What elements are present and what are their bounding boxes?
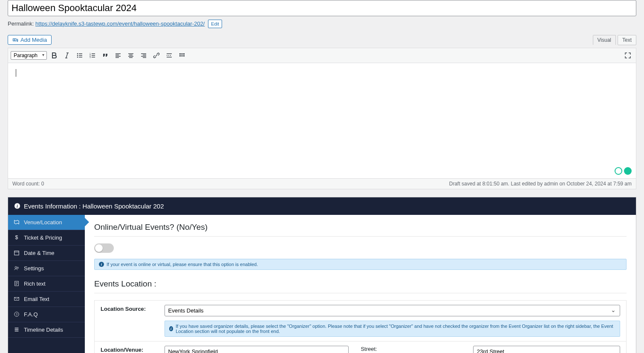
add-media-label: Add Media <box>20 37 47 43</box>
dollar-icon: $ <box>13 234 20 241</box>
camera-music-icon <box>12 37 18 43</box>
grammarly-icon <box>624 167 632 175</box>
location-source-label: Location Source: <box>95 300 159 341</box>
svg-rect-9 <box>179 53 181 55</box>
svg-rect-12 <box>179 55 181 56</box>
svg-rect-10 <box>182 53 183 55</box>
location-source-select[interactable]: Events Details <box>165 305 621 316</box>
tab-text[interactable]: Text <box>618 35 636 45</box>
fullscreen-icon[interactable] <box>622 50 633 61</box>
bullet-list-icon[interactable] <box>74 50 85 61</box>
sidebar-item-richtext[interactable]: Rich text <box>8 276 85 292</box>
svg-rect-11 <box>183 53 185 55</box>
sidebar-label: Settings <box>24 265 44 272</box>
sidebar-item-timeline[interactable]: Timeline Details <box>8 322 85 338</box>
svg-text:?: ? <box>15 312 17 316</box>
add-media-button[interactable]: Add Media <box>8 35 52 45</box>
sidebar-label: Rich text <box>24 281 46 287</box>
document-icon <box>13 281 20 287</box>
info-icon: i <box>169 326 173 331</box>
online-info-bar: i If your event is online or virtual, pl… <box>94 259 627 270</box>
sidebar-item-ticket[interactable]: $ Ticket & Pricing <box>8 230 85 246</box>
permalink-url[interactable]: https://delayknife.s3-tastewp.com/event/… <box>35 20 205 27</box>
online-info-text: If your event is online or virtual, plea… <box>107 262 258 267</box>
street-label: Street: <box>355 341 467 353</box>
svg-text:3: 3 <box>90 56 91 58</box>
location-venue-input[interactable] <box>165 346 349 353</box>
word-count: Word count: 0 <box>12 181 44 187</box>
location-source-info-text: If you have saved organizer details, ple… <box>176 324 615 334</box>
question-icon: ? <box>13 311 20 318</box>
info-icon: i <box>99 262 104 267</box>
align-center-icon[interactable] <box>125 50 136 61</box>
sidebar-label: Timeline Details <box>24 327 63 333</box>
permalink-label: Permalink: <box>8 20 34 27</box>
text-cursor <box>16 69 16 77</box>
svg-point-19 <box>15 266 17 268</box>
svg-point-1 <box>14 39 15 40</box>
online-toggle[interactable] <box>94 243 114 253</box>
editor-content-area[interactable] <box>8 63 636 178</box>
italic-icon[interactable] <box>61 50 72 61</box>
info-icon: i <box>14 203 20 209</box>
read-more-icon[interactable] <box>164 50 175 61</box>
sidebar-label: Email Text <box>24 296 49 302</box>
sidebar-item-datetime[interactable]: Date & Time <box>8 246 85 261</box>
svg-point-4 <box>77 55 78 56</box>
grammarly-icon <box>615 167 622 175</box>
sidebar-label: Venue/Location <box>24 219 62 226</box>
svg-text:$: $ <box>15 234 18 240</box>
sidebar-label: Date & Time <box>24 250 55 256</box>
grammarly-widget[interactable] <box>615 167 632 175</box>
location-venue-label: Location/Venue: <box>95 341 159 353</box>
blockquote-icon[interactable] <box>100 50 111 61</box>
sidebar-label: F.A.Q <box>24 311 38 318</box>
list-icon <box>13 327 20 333</box>
svg-rect-14 <box>183 55 185 56</box>
svg-point-2 <box>17 41 18 41</box>
align-left-icon[interactable] <box>113 50 124 61</box>
sidebar-item-emailtext[interactable]: Email Text <box>8 292 85 307</box>
sidebar-item-venue[interactable]: Venue/Location <box>8 215 85 230</box>
svg-rect-18 <box>14 251 19 255</box>
sidebar-item-settings[interactable]: Settings <box>8 261 85 276</box>
draft-status: Draft saved at 8:01:50 am. Last edited b… <box>449 181 632 187</box>
edit-permalink-button[interactable]: Edit <box>208 20 222 28</box>
online-events-title: Online/Virtual Events? (No/Yes) <box>94 223 627 237</box>
metabox-header: i Events Information : Halloween Spookta… <box>8 197 636 215</box>
calendar-icon <box>13 250 20 256</box>
svg-text:i: i <box>17 204 18 208</box>
metabox-title: Events Information : Halloween Spooktacu… <box>24 203 164 210</box>
svg-rect-13 <box>182 55 183 56</box>
street-input[interactable] <box>473 346 620 353</box>
permalink-row: Permalink: https://delayknife.s3-tastewp… <box>8 18 636 30</box>
toolbar-toggle-icon[interactable] <box>176 50 188 61</box>
editor-toolbar: Paragraph 123 <box>8 48 636 63</box>
tab-visual[interactable]: Visual <box>593 35 616 45</box>
post-title-input[interactable] <box>8 0 636 16</box>
svg-point-3 <box>77 53 78 54</box>
events-location-title: Events Location : <box>94 279 627 293</box>
location-source-info: i If you have saved organizer details, p… <box>165 321 621 337</box>
svg-rect-0 <box>13 38 16 41</box>
svg-point-5 <box>77 56 78 58</box>
envelope-icon <box>13 296 20 302</box>
align-right-icon[interactable] <box>138 50 149 61</box>
format-select[interactable]: Paragraph <box>11 51 47 60</box>
numbered-list-icon[interactable]: 123 <box>87 50 98 61</box>
link-icon[interactable] <box>151 50 162 61</box>
users-icon <box>13 265 20 272</box>
svg-point-20 <box>17 267 18 269</box>
bold-icon[interactable] <box>49 50 60 61</box>
map-icon <box>13 219 20 226</box>
sidebar-label: Ticket & Pricing <box>24 234 62 241</box>
sidebar-item-faq[interactable]: ? F.A.Q <box>8 307 85 322</box>
